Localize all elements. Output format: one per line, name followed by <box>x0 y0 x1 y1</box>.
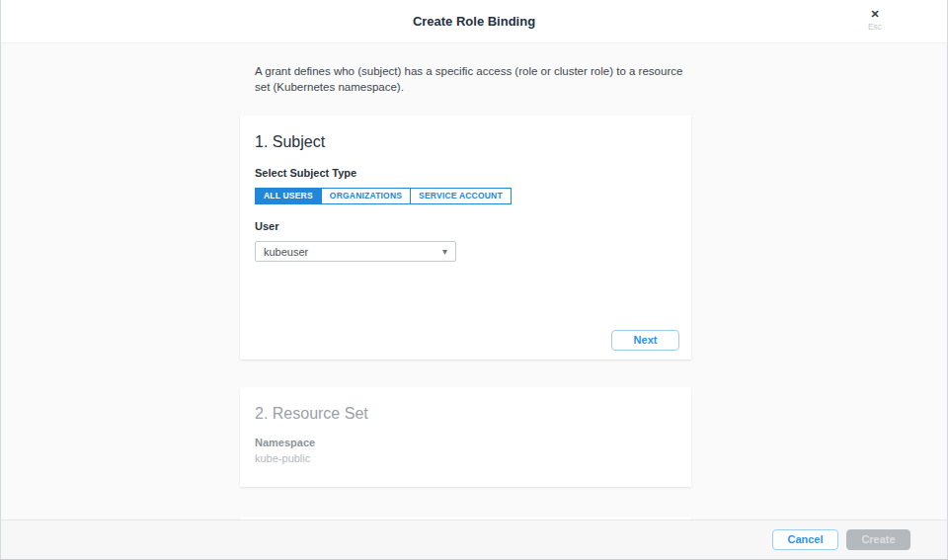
chevron-down-icon: ▾ <box>442 247 447 257</box>
tab-service-account[interactable]: SERVICE ACCOUNT <box>410 188 512 204</box>
tab-all-users[interactable]: ALL USERS <box>255 188 322 204</box>
modal-footer: Cancel Create <box>1 520 947 559</box>
close-button[interactable]: ✕ Esc <box>860 9 890 32</box>
namespace-value: kube-public <box>255 452 676 464</box>
subject-type-label: Select Subject Type <box>255 167 676 179</box>
grant-description: A grant defines who (subject) has a spec… <box>240 43 694 95</box>
cancel-button[interactable]: Cancel <box>772 529 838 550</box>
subject-type-tabs: ALL USERS ORGANIZATIONS SERVICE ACCOUNT <box>255 188 676 204</box>
create-role-binding-modal: Create Role Binding ✕ Esc A grant define… <box>0 0 948 560</box>
user-label: User <box>255 220 676 232</box>
namespace-label: Namespace <box>255 437 676 448</box>
modal-body: A grant defines who (subject) has a spec… <box>1 43 947 560</box>
create-button[interactable]: Create <box>846 529 910 550</box>
resource-set-heading: 2. Resource Set <box>255 405 676 423</box>
resource-set-card: 2. Resource Set Namespace kube-public <box>240 387 691 487</box>
modal-title: Create Role Binding <box>1 0 947 43</box>
next-button[interactable]: Next <box>611 330 679 351</box>
subject-heading: 1. Subject <box>255 133 676 151</box>
tab-organizations[interactable]: ORGANIZATIONS <box>321 188 411 204</box>
user-select-value: kubeuser <box>264 246 308 258</box>
user-select[interactable]: kubeuser ▾ <box>255 241 456 262</box>
esc-hint-label: Esc <box>860 23 890 32</box>
subject-card: 1. Subject Select Subject Type ALL USERS… <box>240 116 691 360</box>
close-icon[interactable]: ✕ <box>860 9 890 20</box>
modal-header: Create Role Binding ✕ Esc <box>1 0 947 43</box>
